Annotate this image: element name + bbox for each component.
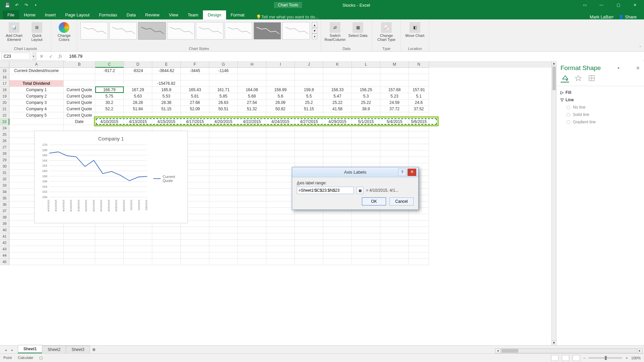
embedded-chart[interactable]: Company 1 150152154156158160162164166168…: [34, 131, 188, 223]
col-header-C[interactable]: C: [95, 61, 124, 68]
cell[interactable]: [266, 176, 295, 182]
spreadsheet-grid[interactable]: A B C D E F G H I J K L M N 15Current Di…: [0, 61, 556, 345]
tab-format[interactable]: Format: [226, 10, 249, 19]
chart-plot-area[interactable]: 1501521541561581601621641661681704/10/20…: [38, 143, 149, 214]
select-all-corner[interactable]: [0, 61, 9, 68]
cell[interactable]: [209, 176, 238, 182]
row-header[interactable]: 32: [0, 176, 9, 182]
cell[interactable]: [266, 131, 295, 138]
cell[interactable]: 164.06: [238, 87, 266, 93]
cell[interactable]: [95, 252, 124, 259]
cell[interactable]: [380, 74, 409, 80]
cell[interactable]: [352, 80, 380, 87]
redo-icon[interactable]: ↷: [23, 2, 29, 8]
cell[interactable]: [209, 208, 238, 214]
cell[interactable]: 26.63: [209, 100, 238, 106]
cell[interactable]: [409, 68, 429, 74]
cell[interactable]: 5.63: [124, 93, 152, 100]
cell[interactable]: [238, 80, 266, 87]
cell[interactable]: [64, 227, 95, 233]
chart-style-2[interactable]: [109, 22, 137, 40]
cell[interactable]: [295, 80, 323, 87]
cell[interactable]: [209, 157, 238, 163]
cell[interactable]: 167.29: [124, 87, 152, 93]
cell[interactable]: [238, 189, 266, 195]
cell[interactable]: [238, 112, 266, 119]
cell[interactable]: [266, 201, 295, 208]
cell[interactable]: 24.59: [380, 100, 409, 106]
tab-insert[interactable]: Insert: [40, 10, 61, 19]
cell[interactable]: 52.2: [95, 106, 124, 112]
cell[interactable]: [209, 144, 238, 150]
cell[interactable]: [238, 170, 266, 176]
cell[interactable]: [409, 221, 429, 227]
dialog-help-icon[interactable]: ?: [398, 169, 406, 176]
select-data-button[interactable]: ▦ Select Data: [347, 21, 369, 39]
cell[interactable]: [323, 150, 352, 157]
cell[interactable]: [209, 221, 238, 227]
change-chart-type-button[interactable]: 📈 Change Chart Type: [376, 21, 397, 43]
cell[interactable]: [266, 68, 295, 74]
cell[interactable]: [295, 252, 323, 259]
cell[interactable]: [181, 252, 209, 259]
cell[interactable]: 156.25: [352, 87, 380, 93]
cell[interactable]: [95, 74, 124, 80]
row-header[interactable]: 35: [0, 195, 9, 201]
cell[interactable]: [124, 252, 152, 259]
cell[interactable]: [295, 112, 323, 119]
cell[interactable]: [64, 80, 95, 87]
row-header[interactable]: 41: [0, 233, 9, 240]
cell[interactable]: [238, 144, 266, 150]
cell[interactable]: [266, 74, 295, 80]
col-header-I[interactable]: I: [266, 61, 295, 68]
cell[interactable]: 165.8: [152, 87, 181, 93]
cell[interactable]: [238, 201, 266, 208]
tab-file[interactable]: File: [3, 10, 19, 19]
cell[interactable]: [238, 125, 266, 131]
cell[interactable]: [181, 74, 209, 80]
cell[interactable]: 5.81: [181, 93, 209, 100]
cell[interactable]: Current Quote: [64, 106, 95, 112]
cell[interactable]: [95, 80, 124, 87]
cell[interactable]: [266, 157, 295, 163]
cell[interactable]: [380, 252, 409, 259]
cell[interactable]: [380, 240, 409, 246]
col-header-M[interactable]: M: [380, 61, 409, 68]
cell[interactable]: [238, 259, 266, 265]
cell[interactable]: Current Quote: [64, 87, 95, 93]
cell[interactable]: [352, 233, 380, 240]
cell[interactable]: 158.99: [266, 87, 295, 93]
cell[interactable]: 5/4/2015: [380, 119, 409, 125]
cell[interactable]: [64, 68, 95, 74]
cell[interactable]: [323, 259, 352, 265]
cell[interactable]: [64, 252, 95, 259]
cell[interactable]: [295, 259, 323, 265]
cell[interactable]: 159.8: [295, 87, 323, 93]
cell[interactable]: Total Dividend: [9, 80, 64, 87]
cell[interactable]: [95, 227, 124, 233]
cell[interactable]: 4/17/2015: [181, 119, 209, 125]
cell[interactable]: [380, 138, 409, 144]
cell[interactable]: [124, 74, 152, 80]
row-header[interactable]: 36: [0, 201, 9, 208]
col-header-L[interactable]: L: [352, 61, 380, 68]
cell[interactable]: [209, 138, 238, 144]
row-header[interactable]: 30: [0, 163, 9, 170]
row-header[interactable]: 28: [0, 150, 9, 157]
row-header[interactable]: 34: [0, 189, 9, 195]
cell[interactable]: 28.38: [152, 100, 181, 106]
move-chart-button[interactable]: ◧ Move Chart: [404, 21, 426, 39]
chart-legend[interactable]: Current Quote: [149, 143, 184, 214]
cell[interactable]: [209, 112, 238, 119]
cell[interactable]: Date: [64, 119, 95, 125]
col-header-G[interactable]: G: [209, 61, 238, 68]
cell[interactable]: [238, 150, 266, 157]
line-section-header[interactable]: ▽Line: [560, 96, 640, 104]
cell[interactable]: [409, 144, 429, 150]
cell[interactable]: [64, 233, 95, 240]
cell[interactable]: 5.5: [295, 93, 323, 100]
scroll-thumb[interactable]: [552, 67, 556, 90]
cell[interactable]: [295, 246, 323, 252]
size-properties-icon[interactable]: [587, 74, 596, 82]
cell[interactable]: [323, 138, 352, 144]
